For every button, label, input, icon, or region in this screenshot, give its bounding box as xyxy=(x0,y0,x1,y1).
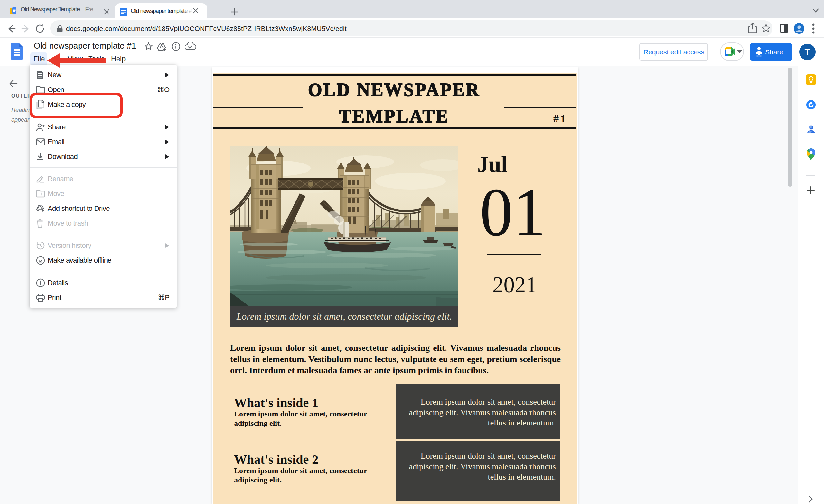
svg-text:T: T xyxy=(804,47,810,57)
